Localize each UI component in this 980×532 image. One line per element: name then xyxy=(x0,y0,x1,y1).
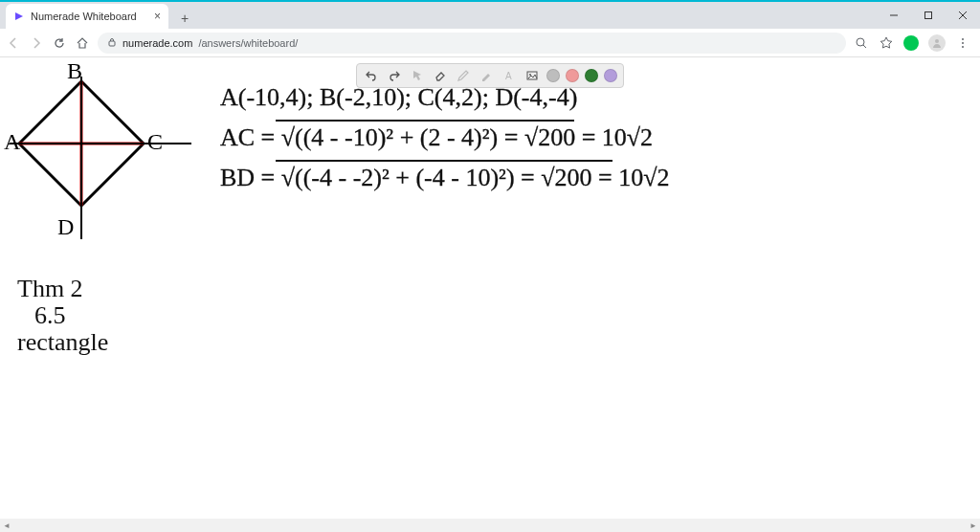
lock-icon xyxy=(107,37,117,49)
svg-point-11 xyxy=(962,46,964,48)
bd-line: BD = √((-4 - -2)² + (-4 - 10)²) = √200 =… xyxy=(220,164,669,191)
forward-button[interactable] xyxy=(29,35,44,51)
label-c: C xyxy=(147,129,163,154)
label-b: B xyxy=(67,58,82,83)
ac-line: AC = √((4 - -10)² + (2 - 4)²) = √200 = 1… xyxy=(220,123,653,151)
svg-marker-0 xyxy=(15,12,23,20)
highlighter-tool[interactable] xyxy=(478,67,495,84)
svg-text:6.5: 6.5 xyxy=(34,301,66,329)
label-d: D xyxy=(57,214,74,239)
svg-point-10 xyxy=(962,42,964,44)
image-tool[interactable] xyxy=(523,67,541,84)
theorem-note: Thm 2 6.5 rectangle xyxy=(17,275,108,356)
pen-tool[interactable] xyxy=(455,67,472,84)
svg-point-6 xyxy=(857,38,864,46)
browser-titlebar: Numerade Whiteboard × + xyxy=(0,2,980,29)
close-tab-icon[interactable]: × xyxy=(154,10,161,23)
svg-point-8 xyxy=(935,39,939,43)
reload-button[interactable] xyxy=(52,35,67,51)
minimize-button[interactable] xyxy=(877,2,911,29)
tab-title: Numerade Whiteboard xyxy=(31,11,148,22)
svg-text:Thm 2: Thm 2 xyxy=(17,275,83,302)
extension-badge-icon[interactable] xyxy=(903,35,919,51)
svg-text:rectangle: rectangle xyxy=(17,328,108,356)
close-window-button[interactable] xyxy=(946,2,980,29)
menu-icon[interactable] xyxy=(955,35,970,51)
search-icon[interactable] xyxy=(854,35,869,51)
url-domain: numerade.com xyxy=(122,37,192,49)
color-purple[interactable] xyxy=(604,69,617,82)
svg-rect-2 xyxy=(925,12,932,19)
label-a: A xyxy=(4,129,21,154)
url-input[interactable]: numerade.com/answers/whiteboard/ xyxy=(98,33,846,54)
favicon-icon xyxy=(13,11,25,22)
scroll-right-icon[interactable]: ► xyxy=(967,519,980,532)
new-tab-button[interactable]: + xyxy=(174,8,195,29)
redo-button[interactable] xyxy=(386,67,403,84)
star-icon[interactable] xyxy=(879,35,894,51)
color-pink[interactable] xyxy=(566,69,579,82)
svg-rect-5 xyxy=(109,41,115,46)
url-path: /answers/whiteboard/ xyxy=(198,37,298,49)
profile-avatar[interactable] xyxy=(928,34,946,52)
cursor-tool[interactable] xyxy=(409,67,426,84)
horizontal-scrollbar[interactable]: ◄ ► xyxy=(0,519,980,532)
undo-button[interactable] xyxy=(363,67,380,84)
scroll-left-icon[interactable]: ◄ xyxy=(0,519,13,532)
eraser-tool[interactable] xyxy=(432,67,449,84)
address-bar: numerade.com/answers/whiteboard/ xyxy=(0,29,980,57)
home-button[interactable] xyxy=(75,35,90,51)
svg-point-9 xyxy=(962,38,964,40)
color-grey[interactable] xyxy=(546,69,560,82)
whiteboard-toolbar: A xyxy=(356,63,624,88)
rhombus-diagram: A B C D xyxy=(4,58,191,239)
whiteboard-canvas[interactable]: A(-10,4); B(-2,10); C(4,2); D(-4,-4) AC … xyxy=(0,57,980,519)
back-button[interactable] xyxy=(6,35,21,51)
text-tool[interactable]: A xyxy=(501,67,518,84)
svg-line-7 xyxy=(863,45,866,48)
window-controls xyxy=(877,2,980,29)
browser-tab[interactable]: Numerade Whiteboard × xyxy=(6,4,168,29)
svg-text:A: A xyxy=(505,71,512,81)
maximize-button[interactable] xyxy=(911,2,946,29)
color-green[interactable] xyxy=(585,69,598,82)
